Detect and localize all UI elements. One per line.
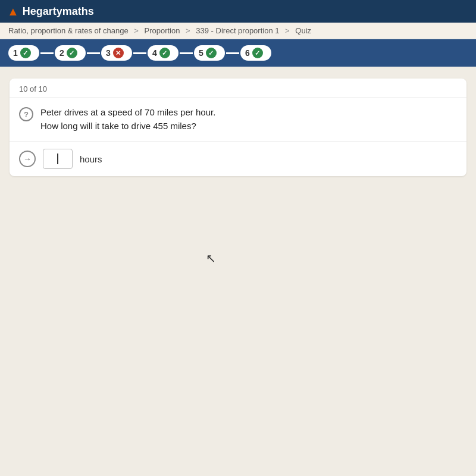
step-4-bubble[interactable]: 4 ✓	[148, 45, 178, 61]
logo-icon: ▲	[7, 5, 19, 18]
breadcrumb-item-4[interactable]: Quiz	[295, 26, 311, 35]
step-4[interactable]: 4 ✓	[148, 45, 178, 61]
step-4-check-icon: ✓	[159, 48, 170, 58]
logo-text: Hegartymaths	[23, 5, 94, 18]
step-2[interactable]: 2 ✓	[55, 45, 86, 61]
answer-input[interactable]	[43, 149, 73, 169]
step-3-bubble[interactable]: 3 ✕	[101, 45, 132, 61]
breadcrumb-item-2[interactable]: Proportion	[144, 26, 180, 35]
question-text: Peter drives at a speed of 70 miles per …	[40, 106, 215, 133]
breadcrumb-sep-2: >	[186, 26, 192, 35]
step-5-bubble[interactable]: 5 ✓	[194, 45, 225, 61]
step-5-check-icon: ✓	[206, 48, 217, 58]
header-bar: ▲ Hegartymaths	[0, 0, 476, 23]
step-3[interactable]: 3 ✕	[101, 45, 132, 61]
step-4-number: 4	[152, 48, 157, 58]
step-1-number: 1	[13, 48, 18, 58]
step-connector-5	[226, 52, 239, 54]
step-2-check-icon: ✓	[67, 48, 77, 58]
question-counter: 10 of 10	[10, 79, 466, 98]
breadcrumb-item-3[interactable]: 339 - Direct proportion 1	[196, 26, 279, 35]
step-1-check-icon: ✓	[20, 48, 31, 58]
step-connector-3	[133, 52, 146, 54]
step-6[interactable]: 6 ✓	[240, 45, 271, 61]
logo-area: ▲ Hegartymaths	[7, 5, 94, 18]
answer-unit-label: hours	[80, 154, 102, 164]
question-card: 10 of 10 ? Peter drives at a speed of 70…	[10, 79, 466, 176]
submit-button[interactable]: →	[19, 151, 36, 167]
question-body: ? Peter drives at a speed of 70 miles pe…	[10, 98, 466, 142]
step-connector-4	[180, 52, 193, 54]
step-2-bubble[interactable]: 2 ✓	[55, 45, 86, 61]
step-3-cross-icon: ✕	[113, 48, 124, 58]
step-connector-1	[40, 52, 54, 54]
empty-area: ↖	[10, 186, 466, 334]
breadcrumb-sep-3: >	[285, 26, 292, 35]
question-line-2: How long will it take to drive 455 miles…	[40, 120, 215, 133]
question-line-1: Peter drives at a speed of 70 miles per …	[40, 106, 215, 120]
mouse-cursor-icon: ↖	[206, 251, 216, 265]
input-cursor	[57, 154, 58, 164]
step-6-check-icon: ✓	[252, 48, 263, 58]
main-content: 10 of 10 ? Peter drives at a speed of 70…	[0, 67, 476, 346]
step-5-number: 5	[199, 48, 203, 58]
breadcrumb: Ratio, proportion & rates of change > Pr…	[0, 23, 476, 39]
answer-row: → hours	[10, 142, 466, 176]
step-1-bubble[interactable]: 1 ✓	[8, 45, 39, 61]
step-2-number: 2	[60, 48, 64, 58]
steps-bar: 1 ✓ 2 ✓ 3 ✕ 4 ✓ 5 ✓ 6 ✓	[0, 39, 476, 67]
step-5[interactable]: 5 ✓	[194, 45, 225, 61]
step-6-bubble[interactable]: 6 ✓	[240, 45, 271, 61]
step-3-number: 3	[106, 48, 111, 58]
question-help-icon: ?	[19, 107, 33, 121]
step-1[interactable]: 1 ✓	[8, 45, 39, 61]
step-6-number: 6	[245, 48, 250, 58]
breadcrumb-sep-1: >	[134, 26, 140, 35]
breadcrumb-item-1[interactable]: Ratio, proportion & rates of change	[8, 26, 129, 35]
step-connector-2	[87, 52, 100, 54]
